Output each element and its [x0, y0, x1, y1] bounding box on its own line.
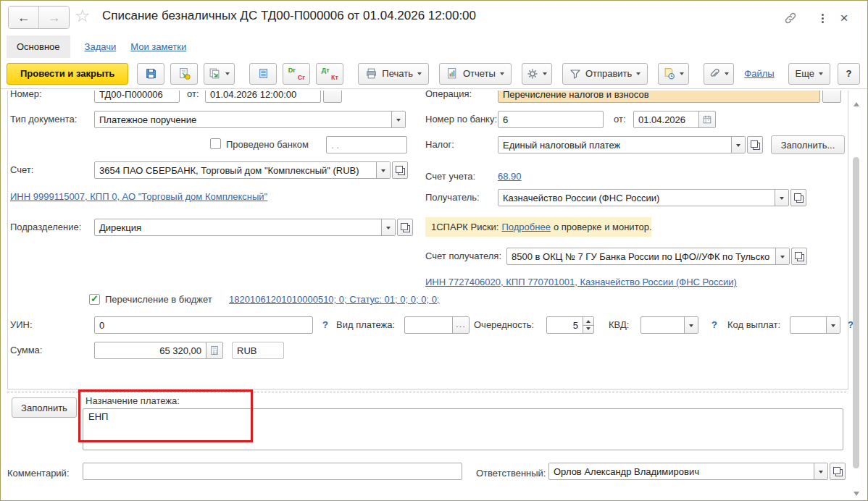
doc-type-combo[interactable]: Платежное поручение	[94, 111, 406, 128]
payee-open-button[interactable]	[790, 189, 806, 206]
scrollbar-thumb[interactable]	[853, 157, 859, 468]
responsible-open-button[interactable]	[830, 463, 846, 480]
kvd-help-icon[interactable]: ?	[711, 319, 717, 330]
open-icon	[403, 225, 410, 232]
scroll-up-icon[interactable]	[854, 102, 859, 106]
combo-arrow-icon[interactable]	[814, 463, 827, 479]
payee-combo[interactable]: Казначейство России (ФНС России)	[498, 189, 789, 206]
purpose-fill-button[interactable]: Заполнить	[12, 397, 77, 418]
tab-tasks[interactable]: Задачи	[85, 41, 117, 52]
number-field[interactable]: ТД00-П000006	[94, 90, 180, 103]
bank-posted-label: Проведено банком	[226, 139, 309, 150]
tax-combo[interactable]: Единый налоговый платеж	[498, 136, 746, 153]
payout-code-combo[interactable]	[790, 316, 840, 334]
reminder-icon	[663, 67, 675, 80]
combo-arrow-icon[interactable]	[775, 190, 788, 206]
combo-arrow-icon[interactable]	[684, 317, 698, 333]
post-document-button[interactable]	[170, 63, 198, 85]
kvd-combo[interactable]	[640, 316, 698, 334]
combo-arrow-icon[interactable]	[391, 111, 405, 127]
favorite-star-icon[interactable]: ☆	[75, 6, 91, 27]
post-and-close-button[interactable]: Провести и закрыть	[7, 63, 128, 85]
open-icon	[797, 254, 804, 261]
payee-inn-link[interactable]: ИНН 7727406020, КПП 770701001, Казначейс…	[425, 277, 737, 287]
department-open-button[interactable]	[397, 219, 413, 236]
number-date-calendar-button[interactable]	[323, 90, 342, 103]
combo-arrow-icon[interactable]	[381, 219, 395, 235]
uin-field[interactable]: 0	[94, 316, 313, 334]
get-link-button[interactable]	[782, 9, 799, 27]
calendar-button[interactable]	[698, 111, 715, 127]
payee-account-combo[interactable]: 8500 в ОКЦ № 7 ГУ Банка России по ЦФО//У…	[506, 248, 790, 265]
operation-field[interactable]: Перечисление налогов и взносов	[498, 90, 820, 103]
budget-transfer-checkbox[interactable]: ✓	[89, 294, 100, 305]
responsible-combo[interactable]: Орлов Александр Владимирович	[548, 463, 828, 480]
reminder-button[interactable]	[658, 63, 689, 85]
department-label: Подразделение:	[10, 222, 81, 232]
close-button[interactable]: ×	[835, 9, 853, 27]
combo-arrow-icon[interactable]	[826, 317, 840, 333]
send-button[interactable]: Отправить	[562, 63, 648, 85]
back-button[interactable]: ←	[9, 7, 38, 28]
tax-fill-button[interactable]: Заполнить...	[771, 135, 845, 154]
number-date-field[interactable]: 01.04.2026 12:00:00	[205, 90, 321, 103]
files-link[interactable]: Файлы	[744, 68, 774, 79]
attachments-button[interactable]	[704, 63, 734, 85]
kebab-menu-icon	[822, 14, 824, 23]
budget-transfer-label: Перечисление в бюджет	[105, 294, 212, 305]
account-open-button[interactable]	[392, 161, 408, 179]
scroll-down-icon[interactable]	[854, 492, 859, 496]
accounting-account-link[interactable]: 68.90	[498, 171, 522, 182]
bank-date-label: от:	[614, 114, 626, 125]
payment-kind-select-button[interactable]: ...	[452, 317, 469, 333]
splitter[interactable]	[7, 392, 846, 392]
operation-select-button[interactable]	[822, 90, 841, 103]
combo-arrow-icon[interactable]	[775, 248, 789, 264]
stepper-up-icon[interactable]	[583, 317, 593, 326]
comment-field[interactable]	[83, 463, 462, 480]
payment-kind-field[interactable]: ...	[404, 316, 470, 334]
budget-details-link[interactable]: 18201061201010000510; 0; Статус: 01; 0; …	[229, 294, 439, 305]
spark-prefix: 1СПАРК Риски:	[431, 222, 498, 232]
uin-help-icon[interactable]: ?	[322, 319, 328, 330]
combo-arrow-icon[interactable]	[731, 137, 745, 153]
register-list-icon	[257, 67, 270, 80]
currency-field: RUB	[232, 342, 284, 359]
more-button[interactable]: Еще	[788, 63, 830, 85]
window-menu-button[interactable]	[814, 9, 831, 27]
register-records-button[interactable]	[249, 63, 277, 85]
create-based-on-button[interactable]	[204, 63, 235, 85]
bank-posted-date-field[interactable]: . .	[326, 136, 407, 153]
print-button[interactable]: Печать	[358, 63, 429, 85]
document-window: ← → ☆ Списание безналичных ДС ТД00-П0000…	[0, 0, 868, 501]
bank-posted-checkbox[interactable]	[210, 138, 221, 149]
stepper-down-icon[interactable]	[583, 326, 593, 334]
account-combo[interactable]: 3654 ПАО СБЕРБАНК, Торговый дом "Комплек…	[94, 161, 391, 179]
vertical-scrollbar[interactable]	[851, 93, 862, 497]
dtkt-button[interactable]: ДтКт	[316, 63, 343, 85]
forward-button[interactable]: →	[38, 7, 69, 28]
bank-date-field[interactable]: 01.04.2026	[633, 111, 716, 128]
calculator-button[interactable]	[206, 342, 222, 358]
reports-button[interactable]: Отчеты	[439, 63, 512, 85]
save-button[interactable]	[137, 63, 164, 85]
combo-arrow-icon[interactable]	[376, 162, 390, 178]
reports-icon	[446, 67, 459, 80]
amount-field[interactable]: 65 320,00	[94, 342, 223, 359]
purpose-textarea[interactable]: ЕНП	[83, 408, 843, 450]
open-icon	[835, 469, 843, 476]
tab-my-notes[interactable]: Мои заметки	[130, 41, 186, 52]
settings-button[interactable]	[522, 63, 552, 85]
spark-details-link[interactable]: Подробнее	[501, 222, 550, 232]
payee-account-open-button[interactable]	[791, 248, 807, 265]
tab-main[interactable]: Основное	[7, 35, 70, 58]
spark-risks-banner: 1СПАРК Риски: Подробнее о проверке и мон…	[425, 217, 651, 237]
priority-stepper[interactable]: 5	[546, 316, 594, 334]
payment-kind-label: Вид платежа:	[336, 319, 395, 330]
help-button[interactable]: ?	[838, 63, 860, 85]
bank-number-field[interactable]: 6	[498, 111, 604, 128]
payer-inn-link[interactable]: ИНН 9999115007, КПП 0, АО "Торговый дом …	[10, 191, 267, 202]
tax-open-button[interactable]	[747, 136, 763, 153]
drcr-button[interactable]: DrCr	[283, 63, 310, 85]
department-combo[interactable]: Дирекция	[94, 219, 396, 236]
